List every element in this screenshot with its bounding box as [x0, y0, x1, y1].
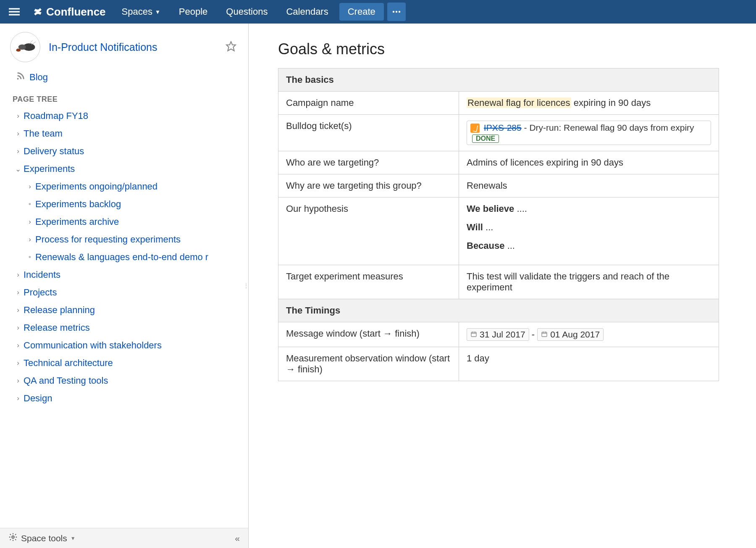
chevron-right-icon[interactable]: › — [13, 359, 24, 367]
chevron-down-icon: ▼ — [71, 535, 76, 541]
targeting-label: Who are we targeting? — [278, 151, 459, 174]
tree-item-label: Delivery status — [24, 146, 84, 157]
chevron-right-icon[interactable]: › — [13, 341, 24, 350]
table-section-timings: The Timings — [278, 299, 719, 322]
calendar-icon — [470, 329, 477, 340]
table-row: Why are we targeting this group? Renewal… — [278, 174, 719, 198]
chevron-right-icon[interactable]: › — [13, 147, 24, 155]
hypothesis-value: We believe .... Will ... Because ... — [459, 198, 719, 265]
sidebar-tree-item[interactable]: ›Roadmap FY18 — [0, 107, 248, 125]
bulldog-ticket-label: Bulldog ticket(s) — [278, 115, 459, 151]
sidebar-blog-link[interactable]: Blog — [0, 67, 248, 87]
chevron-right-icon[interactable]: › — [24, 218, 35, 226]
bullet-icon[interactable]: • — [24, 253, 35, 262]
chevron-right-icon[interactable]: › — [13, 129, 24, 138]
chevron-right-icon[interactable]: › — [13, 112, 24, 120]
table-row: Target experiment measures This test wil… — [278, 265, 719, 299]
chevron-right-icon[interactable]: › — [13, 306, 24, 314]
nav-spaces[interactable]: Spaces ▼ — [114, 6, 168, 17]
chevron-right-icon[interactable]: › — [13, 288, 24, 297]
nav-questions[interactable]: Questions — [218, 6, 275, 17]
status-badge: DONE — [472, 134, 499, 143]
bulldog-ticket-value: IPXS-285 - Dry-run: Renewal flag 90 days… — [459, 115, 719, 151]
sidebar-tree-item[interactable]: ›Communication with stakeholders — [0, 337, 248, 354]
hypothesis-label: Our hypothesis — [278, 198, 459, 265]
chevron-right-icon[interactable]: › — [24, 182, 35, 191]
nav-people[interactable]: People — [171, 6, 215, 17]
sidebar-tree-item[interactable]: ›Experiments ongoing/planned — [0, 178, 248, 195]
svg-rect-13 — [542, 332, 547, 337]
table-row: Measurement observation window (start → … — [278, 347, 719, 381]
campaign-name-label: Campaign name — [278, 92, 459, 115]
page-tree: ›Roadmap FY18›The team›Delivery status⌄E… — [0, 107, 248, 407]
measures-value: This test will validate the triggers and… — [459, 265, 719, 299]
tree-item-label: Process for requesting experiments — [35, 234, 181, 245]
sidebar-tree-item[interactable]: ›QA and Testing tools — [0, 372, 248, 390]
obs-window-label: Measurement observation window (start → … — [278, 347, 459, 381]
tree-item-label: Experiments — [24, 163, 75, 174]
svg-point-8 — [16, 49, 21, 52]
nav-calendars[interactable]: Calendars — [278, 6, 336, 17]
why-label: Why are we targeting this group? — [278, 174, 459, 198]
svg-point-11 — [12, 536, 14, 538]
sidebar-tree-item[interactable]: ›Process for requesting experiments — [0, 231, 248, 248]
sidebar-tree-item[interactable]: ›Technical architecture — [0, 354, 248, 372]
jira-ticket-key: IPXS-285 — [484, 123, 522, 132]
sidebar-tree-item[interactable]: ›Release planning — [0, 301, 248, 319]
space-title-link[interactable]: In-Product Notifications — [49, 41, 222, 53]
sidebar-tree-item[interactable]: •Renewals & languages end-to-end demo r — [0, 248, 248, 266]
chevron-right-icon[interactable]: › — [13, 377, 24, 385]
campaign-name-value: Renewal flag for licences expiring in 90… — [459, 92, 719, 115]
svg-marker-9 — [226, 42, 236, 51]
chevron-right-icon[interactable]: › — [13, 324, 24, 332]
sidebar-resize-handle[interactable]: ⋮ — [243, 282, 250, 289]
collapse-sidebar-button[interactable]: « — [235, 533, 240, 543]
more-actions-button[interactable] — [387, 3, 406, 21]
why-value: Renewals — [459, 174, 719, 198]
svg-rect-1 — [9, 11, 20, 12]
sidebar-tree-item[interactable]: ›Delivery status — [0, 142, 248, 160]
svg-point-3 — [393, 11, 394, 13]
confluence-logo[interactable]: Confluence — [27, 5, 111, 18]
msg-window-label: Message window (start → finish) — [278, 322, 459, 347]
table-section-basics: The basics — [278, 68, 719, 92]
rss-icon — [16, 71, 25, 83]
date-start[interactable]: 31 Jul 2017 — [467, 328, 529, 341]
chevron-right-icon[interactable]: › — [24, 235, 35, 244]
sidebar-tree-item[interactable]: ›Experiments archive — [0, 213, 248, 231]
sidebar-tree-item[interactable]: •Experiments backlog — [0, 195, 248, 213]
svg-point-10 — [17, 78, 19, 80]
sidebar-tree-item[interactable]: ›Design — [0, 390, 248, 407]
sidebar-tree-item[interactable]: ›Release metrics — [0, 319, 248, 337]
star-icon[interactable] — [222, 37, 240, 57]
page-title: Goals & metrics — [278, 40, 739, 58]
top-nav: Confluence Spaces ▼ People Questions Cal… — [0, 0, 756, 24]
svg-rect-2 — [9, 14, 20, 15]
space-avatar[interactable] — [10, 32, 40, 62]
tree-item-label: Roadmap FY18 — [24, 111, 88, 121]
space-tools-menu[interactable]: Space tools ▼ — [8, 532, 76, 544]
tree-item-label: Release metrics — [24, 322, 90, 333]
chevron-down-icon: ▼ — [155, 9, 160, 15]
sidebar-tree-item[interactable]: ›Projects — [0, 284, 248, 301]
create-button[interactable]: Create — [339, 3, 384, 21]
goals-table: The basics Campaign name Renewal flag fo… — [278, 68, 719, 381]
table-row: Who are we targeting? Admins of licences… — [278, 151, 719, 174]
tree-item-label: Renewals & languages end-to-end demo r — [35, 252, 208, 263]
brand-text: Confluence — [46, 5, 106, 18]
chevron-down-icon[interactable]: ⌄ — [13, 165, 24, 174]
sidebar-tree-item[interactable]: ⌄Experiments — [0, 160, 248, 178]
msg-window-value: 31 Jul 2017 - 01 Aug 2017 — [459, 322, 719, 347]
chevron-right-icon[interactable]: › — [13, 394, 24, 403]
jira-ticket-pill[interactable]: IPXS-285 - Dry-run: Renewal flag 90 days… — [467, 121, 711, 145]
date-end[interactable]: 01 Aug 2017 — [537, 328, 604, 341]
tree-item-label: Release planning — [24, 305, 95, 316]
chevron-right-icon[interactable]: › — [13, 271, 24, 279]
svg-rect-0 — [9, 8, 20, 9]
app-switcher-button[interactable] — [5, 3, 24, 21]
sidebar-tree-item[interactable]: ›The team — [0, 125, 248, 142]
bullet-icon[interactable]: • — [24, 200, 35, 209]
tree-item-label: Experiments backlog — [35, 199, 121, 210]
sidebar-tree-item[interactable]: ›Incidents — [0, 266, 248, 284]
tree-item-label: Design — [24, 393, 52, 404]
